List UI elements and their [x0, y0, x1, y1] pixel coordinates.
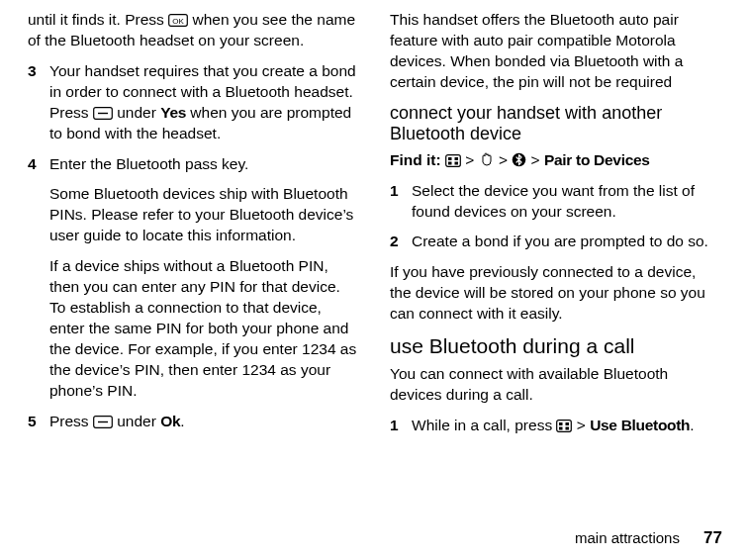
- svg-rect-15: [559, 426, 563, 429]
- step-num-4: 4: [28, 154, 49, 402]
- page-footer: main attractions 77: [575, 528, 722, 548]
- ok-icon: OK: [168, 14, 188, 27]
- step-5: 5 Press under Ok.: [28, 412, 358, 432]
- step4-text-b: Some Bluetooth devices ship with Bluetoo…: [49, 184, 358, 246]
- footer-section: main attractions: [575, 529, 680, 546]
- menu-icon: [556, 420, 572, 432]
- softkey-icon: [93, 416, 113, 428]
- menu-icon: [445, 154, 461, 167]
- intro-text-a: until it finds it. Press: [28, 11, 168, 28]
- r-step1-text: Select the device you want from the list…: [412, 181, 720, 223]
- svg-rect-9: [448, 161, 452, 164]
- svg-text:OK: OK: [172, 17, 184, 26]
- svg-rect-13: [559, 422, 563, 425]
- step-3: 3 Your handset requires that you create …: [28, 61, 358, 144]
- step-4: 4 Enter the Bluetooth pass key. Some Blu…: [28, 154, 358, 402]
- r-step-1: 1 Select the device you want from the li…: [390, 181, 720, 223]
- svg-rect-16: [566, 426, 570, 429]
- right-prev-connected: If you have previously connected to a de…: [390, 262, 720, 325]
- softkey-icon: [93, 107, 113, 120]
- footer-page-number: 77: [703, 528, 722, 547]
- svg-rect-6: [446, 154, 461, 166]
- svg-rect-12: [557, 420, 572, 432]
- step4-text-a: Enter the Bluetooth pass key.: [49, 154, 358, 175]
- r-step-num-2: 2: [390, 232, 412, 252]
- step-num-5: 5: [28, 412, 49, 432]
- svg-rect-10: [454, 161, 458, 164]
- r-step2-text: Create a bond if you are prompted to do …: [412, 232, 720, 252]
- right-call-desc: You can connect with available Bluetooth…: [390, 364, 720, 406]
- r-step-num-1: 1: [390, 181, 412, 223]
- hand-icon: [479, 151, 495, 167]
- right-intro: This handset offers the Bluetooth auto p…: [390, 10, 720, 93]
- r-step-2: 2 Create a bond if you are prompted to d…: [390, 232, 720, 252]
- svg-rect-7: [448, 157, 452, 160]
- svg-rect-8: [454, 157, 458, 160]
- svg-rect-14: [566, 422, 570, 425]
- c-step-1: 1 While in a call, press > Use Bluetooth…: [390, 416, 720, 436]
- intro-continuation: until it finds it. Press OK when you see…: [28, 10, 358, 51]
- step-num-3: 3: [28, 61, 49, 144]
- c-step-num-1: 1: [390, 416, 412, 436]
- step3-text: Your handset requires that you create a …: [49, 61, 358, 144]
- step5-text: Press under Ok.: [49, 412, 358, 432]
- c-step1-text: While in a call, press > Use Bluetooth.: [412, 416, 720, 436]
- heading-connect-device: connect your handset with another Blueto…: [390, 103, 720, 144]
- find-it-line: Find it: > > > Pair to Devices: [390, 150, 720, 171]
- bluetooth-icon: [512, 152, 526, 167]
- find-it-label: Find it:: [390, 151, 445, 168]
- heading-use-call: use Bluetooth during a call: [390, 334, 720, 358]
- step4-text-c: If a device ships without a Bluetooth PI…: [49, 256, 358, 401]
